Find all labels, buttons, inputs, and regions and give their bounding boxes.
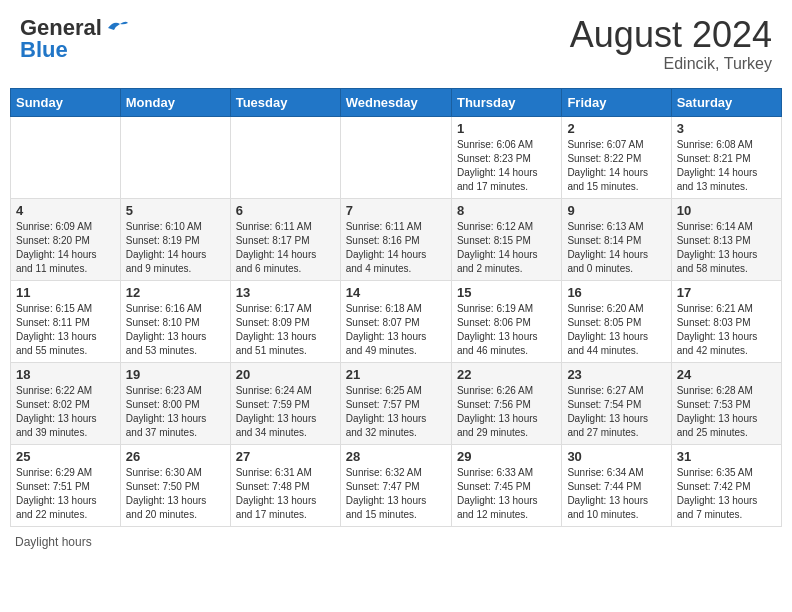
calendar-cell: 31Sunrise: 6:35 AM Sunset: 7:42 PM Dayli… <box>671 444 781 526</box>
calendar-cell: 12Sunrise: 6:16 AM Sunset: 8:10 PM Dayli… <box>120 280 230 362</box>
day-number: 19 <box>126 367 225 382</box>
calendar-cell: 10Sunrise: 6:14 AM Sunset: 8:13 PM Dayli… <box>671 198 781 280</box>
month-info: August 2024 Edincik, Turkey <box>570 15 772 73</box>
day-info: Sunrise: 6:16 AM Sunset: 8:10 PM Dayligh… <box>126 302 225 358</box>
day-number: 9 <box>567 203 665 218</box>
calendar-cell: 11Sunrise: 6:15 AM Sunset: 8:11 PM Dayli… <box>11 280 121 362</box>
logo: General Blue <box>20 15 128 63</box>
calendar-cell: 15Sunrise: 6:19 AM Sunset: 8:06 PM Dayli… <box>451 280 561 362</box>
calendar-day-header: Tuesday <box>230 88 340 116</box>
day-info: Sunrise: 6:11 AM Sunset: 8:16 PM Dayligh… <box>346 220 446 276</box>
day-info: Sunrise: 6:31 AM Sunset: 7:48 PM Dayligh… <box>236 466 335 522</box>
day-info: Sunrise: 6:24 AM Sunset: 7:59 PM Dayligh… <box>236 384 335 440</box>
day-info: Sunrise: 6:35 AM Sunset: 7:42 PM Dayligh… <box>677 466 776 522</box>
day-number: 23 <box>567 367 665 382</box>
day-info: Sunrise: 6:32 AM Sunset: 7:47 PM Dayligh… <box>346 466 446 522</box>
day-info: Sunrise: 6:29 AM Sunset: 7:51 PM Dayligh… <box>16 466 115 522</box>
day-info: Sunrise: 6:13 AM Sunset: 8:14 PM Dayligh… <box>567 220 665 276</box>
calendar-cell: 14Sunrise: 6:18 AM Sunset: 8:07 PM Dayli… <box>340 280 451 362</box>
calendar-header-row: SundayMondayTuesdayWednesdayThursdayFrid… <box>11 88 782 116</box>
day-info: Sunrise: 6:06 AM Sunset: 8:23 PM Dayligh… <box>457 138 556 194</box>
calendar-cell: 13Sunrise: 6:17 AM Sunset: 8:09 PM Dayli… <box>230 280 340 362</box>
day-number: 24 <box>677 367 776 382</box>
day-info: Sunrise: 6:34 AM Sunset: 7:44 PM Dayligh… <box>567 466 665 522</box>
calendar-cell: 3Sunrise: 6:08 AM Sunset: 8:21 PM Daylig… <box>671 116 781 198</box>
day-number: 18 <box>16 367 115 382</box>
day-number: 22 <box>457 367 556 382</box>
day-info: Sunrise: 6:15 AM Sunset: 8:11 PM Dayligh… <box>16 302 115 358</box>
day-number: 13 <box>236 285 335 300</box>
calendar-cell <box>120 116 230 198</box>
daylight-label: Daylight hours <box>15 535 92 549</box>
day-info: Sunrise: 6:10 AM Sunset: 8:19 PM Dayligh… <box>126 220 225 276</box>
calendar-cell: 30Sunrise: 6:34 AM Sunset: 7:44 PM Dayli… <box>562 444 671 526</box>
day-number: 5 <box>126 203 225 218</box>
day-number: 17 <box>677 285 776 300</box>
calendar-cell: 25Sunrise: 6:29 AM Sunset: 7:51 PM Dayli… <box>11 444 121 526</box>
day-number: 20 <box>236 367 335 382</box>
day-number: 2 <box>567 121 665 136</box>
location: Edincik, Turkey <box>570 55 772 73</box>
month-title: August 2024 <box>570 15 772 55</box>
day-info: Sunrise: 6:08 AM Sunset: 8:21 PM Dayligh… <box>677 138 776 194</box>
calendar-week-row: 1Sunrise: 6:06 AM Sunset: 8:23 PM Daylig… <box>11 116 782 198</box>
calendar-day-header: Sunday <box>11 88 121 116</box>
day-number: 11 <box>16 285 115 300</box>
day-number: 10 <box>677 203 776 218</box>
calendar-cell: 1Sunrise: 6:06 AM Sunset: 8:23 PM Daylig… <box>451 116 561 198</box>
day-info: Sunrise: 6:21 AM Sunset: 8:03 PM Dayligh… <box>677 302 776 358</box>
logo-bird-icon <box>106 18 128 36</box>
day-number: 16 <box>567 285 665 300</box>
day-info: Sunrise: 6:30 AM Sunset: 7:50 PM Dayligh… <box>126 466 225 522</box>
day-info: Sunrise: 6:19 AM Sunset: 8:06 PM Dayligh… <box>457 302 556 358</box>
calendar-cell: 5Sunrise: 6:10 AM Sunset: 8:19 PM Daylig… <box>120 198 230 280</box>
calendar-cell: 4Sunrise: 6:09 AM Sunset: 8:20 PM Daylig… <box>11 198 121 280</box>
calendar-cell: 16Sunrise: 6:20 AM Sunset: 8:05 PM Dayli… <box>562 280 671 362</box>
calendar-cell: 24Sunrise: 6:28 AM Sunset: 7:53 PM Dayli… <box>671 362 781 444</box>
calendar-day-header: Thursday <box>451 88 561 116</box>
day-info: Sunrise: 6:18 AM Sunset: 8:07 PM Dayligh… <box>346 302 446 358</box>
calendar-week-row: 11Sunrise: 6:15 AM Sunset: 8:11 PM Dayli… <box>11 280 782 362</box>
day-info: Sunrise: 6:11 AM Sunset: 8:17 PM Dayligh… <box>236 220 335 276</box>
day-info: Sunrise: 6:12 AM Sunset: 8:15 PM Dayligh… <box>457 220 556 276</box>
calendar-cell: 7Sunrise: 6:11 AM Sunset: 8:16 PM Daylig… <box>340 198 451 280</box>
calendar-week-row: 4Sunrise: 6:09 AM Sunset: 8:20 PM Daylig… <box>11 198 782 280</box>
day-number: 21 <box>346 367 446 382</box>
day-number: 8 <box>457 203 556 218</box>
calendar-cell <box>11 116 121 198</box>
calendar-cell <box>230 116 340 198</box>
calendar-cell: 9Sunrise: 6:13 AM Sunset: 8:14 PM Daylig… <box>562 198 671 280</box>
calendar-day-header: Friday <box>562 88 671 116</box>
calendar-table: SundayMondayTuesdayWednesdayThursdayFrid… <box>10 88 782 527</box>
logo-blue: Blue <box>20 37 68 63</box>
day-number: 1 <box>457 121 556 136</box>
day-number: 29 <box>457 449 556 464</box>
day-number: 31 <box>677 449 776 464</box>
calendar-cell: 26Sunrise: 6:30 AM Sunset: 7:50 PM Dayli… <box>120 444 230 526</box>
day-info: Sunrise: 6:09 AM Sunset: 8:20 PM Dayligh… <box>16 220 115 276</box>
day-number: 4 <box>16 203 115 218</box>
day-number: 7 <box>346 203 446 218</box>
day-info: Sunrise: 6:22 AM Sunset: 8:02 PM Dayligh… <box>16 384 115 440</box>
day-info: Sunrise: 6:23 AM Sunset: 8:00 PM Dayligh… <box>126 384 225 440</box>
calendar-cell: 6Sunrise: 6:11 AM Sunset: 8:17 PM Daylig… <box>230 198 340 280</box>
day-number: 6 <box>236 203 335 218</box>
day-info: Sunrise: 6:14 AM Sunset: 8:13 PM Dayligh… <box>677 220 776 276</box>
day-number: 3 <box>677 121 776 136</box>
day-info: Sunrise: 6:28 AM Sunset: 7:53 PM Dayligh… <box>677 384 776 440</box>
calendar-day-header: Monday <box>120 88 230 116</box>
day-info: Sunrise: 6:26 AM Sunset: 7:56 PM Dayligh… <box>457 384 556 440</box>
calendar-week-row: 18Sunrise: 6:22 AM Sunset: 8:02 PM Dayli… <box>11 362 782 444</box>
page-header: General Blue August 2024 Edincik, Turkey <box>10 10 782 78</box>
calendar-cell: 21Sunrise: 6:25 AM Sunset: 7:57 PM Dayli… <box>340 362 451 444</box>
day-number: 30 <box>567 449 665 464</box>
day-number: 27 <box>236 449 335 464</box>
calendar-day-header: Saturday <box>671 88 781 116</box>
calendar-cell: 8Sunrise: 6:12 AM Sunset: 8:15 PM Daylig… <box>451 198 561 280</box>
calendar-day-header: Wednesday <box>340 88 451 116</box>
day-info: Sunrise: 6:07 AM Sunset: 8:22 PM Dayligh… <box>567 138 665 194</box>
calendar-cell: 17Sunrise: 6:21 AM Sunset: 8:03 PM Dayli… <box>671 280 781 362</box>
day-number: 25 <box>16 449 115 464</box>
day-info: Sunrise: 6:17 AM Sunset: 8:09 PM Dayligh… <box>236 302 335 358</box>
calendar-cell: 20Sunrise: 6:24 AM Sunset: 7:59 PM Dayli… <box>230 362 340 444</box>
